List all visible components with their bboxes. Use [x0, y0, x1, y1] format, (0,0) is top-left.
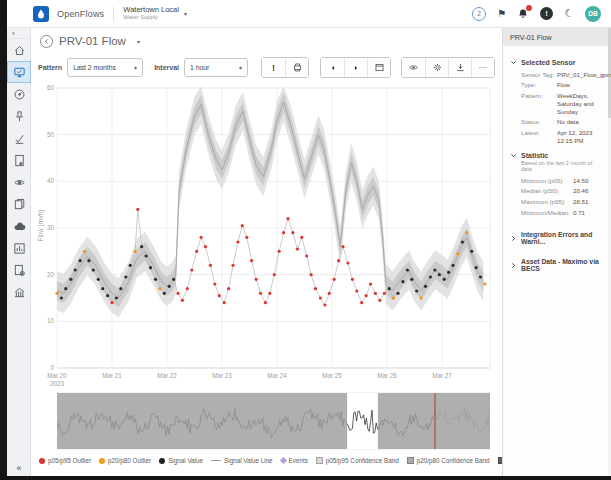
sidebar-item-reports[interactable] — [7, 237, 31, 259]
notifications-bell-icon[interactable] — [517, 8, 529, 20]
back-button[interactable] — [40, 35, 53, 48]
sidebar-item-gauge[interactable] — [7, 83, 31, 105]
legend-item[interactable]: p05/p95 Outlier — [39, 457, 91, 464]
facilities-icon — [13, 286, 26, 299]
panel-title: PRV-01 Flow — [503, 28, 608, 46]
field-label: Status: — [521, 118, 557, 126]
print-button[interactable] — [285, 58, 308, 77]
sidebar-item-observations[interactable] — [7, 171, 31, 193]
sidebar-item-duplicates[interactable] — [7, 193, 31, 215]
y-tick-label: 60 — [36, 84, 54, 91]
legend-label: p20/p80 Confidence Band — [417, 457, 490, 464]
legend-label: Signal Value — [168, 457, 203, 464]
pattern-select[interactable]: Last 2 months▾ — [67, 58, 143, 77]
sidebar-expand-chevron-icon[interactable]: › — [7, 28, 30, 39]
legend-item[interactable]: Signal Value Line — [211, 457, 273, 464]
progress-ring-icon[interactable]: 2 — [472, 7, 486, 21]
legend-label: p20/p80 Outlier — [108, 457, 151, 464]
section-statistic[interactable]: Statistic — [510, 152, 603, 159]
title-chevron-down-icon[interactable]: ▾ — [137, 38, 140, 45]
navigator-mask-left[interactable] — [57, 393, 347, 449]
step-back-button[interactable] — [321, 58, 344, 77]
sidebar-item-data-quality[interactable] — [7, 127, 31, 149]
user-avatar[interactable]: DB — [585, 6, 601, 22]
collapsed-section[interactable]: Integration Errors and Warni... — [510, 231, 603, 245]
flag-icon[interactable]: ⚑ — [497, 8, 506, 19]
cloud-data-icon — [13, 220, 26, 233]
duplicates-icon — [13, 198, 26, 211]
chevron-down-icon — [510, 59, 517, 66]
legend-item[interactable]: Signal Value — [159, 457, 203, 464]
sidebar-item-map-pin[interactable] — [7, 105, 31, 127]
legend-item[interactable]: p20/p80 Outlier — [99, 457, 151, 464]
y-tick-label: 50 — [36, 131, 54, 138]
y-tick-label: 10 — [36, 317, 54, 324]
sidebar-item-home[interactable] — [7, 39, 31, 61]
field-label: Maximum (p95): — [521, 198, 573, 206]
dark-mode-moon-icon[interactable]: ☾ — [564, 7, 574, 20]
legend-label: Signal Value Line — [224, 457, 273, 464]
notification-badge — [526, 5, 532, 11]
workspace-subtitle: Water Supply — [123, 14, 179, 20]
reports-icon — [13, 242, 26, 255]
x-tick-label: Mar 22 — [147, 372, 187, 379]
panel-field-row: Pattern:WeekDays, Saturday and Sunday — [510, 91, 603, 117]
legend-dot-swatch — [39, 458, 45, 464]
field-label: Minimum/Median: — [521, 209, 573, 217]
range-navigator[interactable] — [57, 392, 490, 450]
right-panel: PRV-01 Flow Selected Sensor Sensor Tag:P… — [502, 28, 608, 476]
left-sidebar: › « — [7, 28, 31, 476]
settings-gear-button[interactable] — [425, 58, 448, 77]
window-frame-left — [0, 0, 7, 480]
workspace-selector[interactable]: Watertown Local Water Supply — [123, 6, 179, 21]
sidebar-collapse-icon[interactable]: « — [7, 463, 31, 473]
x-tick-label: Mar 23 — [202, 372, 242, 379]
app-header: OpenFlows Watertown Local Water Supply ▾… — [7, 0, 611, 28]
navigator-mask-right[interactable] — [378, 393, 490, 449]
pattern-label: Pattern — [38, 64, 62, 71]
visibility-eye-button[interactable] — [402, 58, 425, 77]
chart-toolbar: Pattern Last 2 months▾ Interval 1 hour▾ … — [31, 54, 502, 81]
field-value: 0.71 — [573, 209, 603, 217]
interval-select[interactable]: 1 hour▾ — [184, 58, 248, 77]
chevron-down-icon[interactable]: ▾ — [184, 10, 187, 17]
panel-field-row: Type:Flow — [510, 80, 603, 91]
sidebar-item-facilities[interactable] — [7, 281, 31, 303]
legend-label: Events — [289, 457, 308, 464]
section-selected-sensor[interactable]: Selected Sensor — [510, 59, 603, 66]
x-tick-label: Mar 27 — [422, 372, 462, 379]
interval-label: Interval — [154, 64, 179, 71]
sidebar-item-cloud-data[interactable] — [7, 215, 31, 237]
feedback-icon[interactable]: ! — [540, 7, 553, 20]
document-settings-icon — [13, 264, 26, 277]
date-range-button[interactable] — [367, 58, 390, 77]
openflows-logo-icon[interactable] — [33, 6, 49, 22]
x-tick-label: Mar 24 — [257, 372, 297, 379]
window-frame-bottom — [0, 476, 611, 480]
more-options-button[interactable]: ⋯ — [471, 58, 494, 77]
x-tick-label: Mar 20 — [37, 372, 77, 379]
page-title: PRV-01 Flow — [59, 35, 126, 47]
alerts-exclamation-button[interactable]: ! — [262, 58, 285, 77]
sidebar-item-network-monitoring[interactable] — [7, 61, 31, 83]
sidebar-item-document-alert[interactable] — [7, 149, 31, 171]
field-value: 28.51 — [573, 198, 603, 206]
field-label: Type: — [521, 81, 557, 89]
legend-item[interactable]: p05/p95 Confidence Band — [316, 457, 399, 464]
sidebar-item-document-settings[interactable] — [7, 259, 31, 281]
legend-item[interactable]: p20/p80 Confidence Band — [407, 457, 490, 464]
step-forward-button[interactable] — [344, 58, 367, 77]
download-button[interactable] — [448, 58, 471, 77]
legend-item[interactable]: Events — [281, 457, 308, 464]
field-label: Median (p50): — [521, 187, 573, 195]
gauge-icon — [13, 88, 26, 101]
flow-chart[interactable] — [31, 84, 502, 400]
panel-field-row: Maximum (p95):28.51 — [510, 197, 603, 208]
legend-square-swatch — [407, 457, 414, 464]
legend-dot-swatch — [99, 458, 105, 464]
panel-field-row: Median (p50):20.46 — [510, 186, 603, 197]
legend-label: p05/p95 Confidence Band — [326, 457, 399, 464]
field-label: Sensor Tag: — [521, 71, 557, 79]
collapsed-section[interactable]: Asset Data - Maximo via BECS — [510, 258, 603, 272]
panel-field-row: Latest:Apr 12, 2023 12:15 PM — [510, 128, 603, 147]
